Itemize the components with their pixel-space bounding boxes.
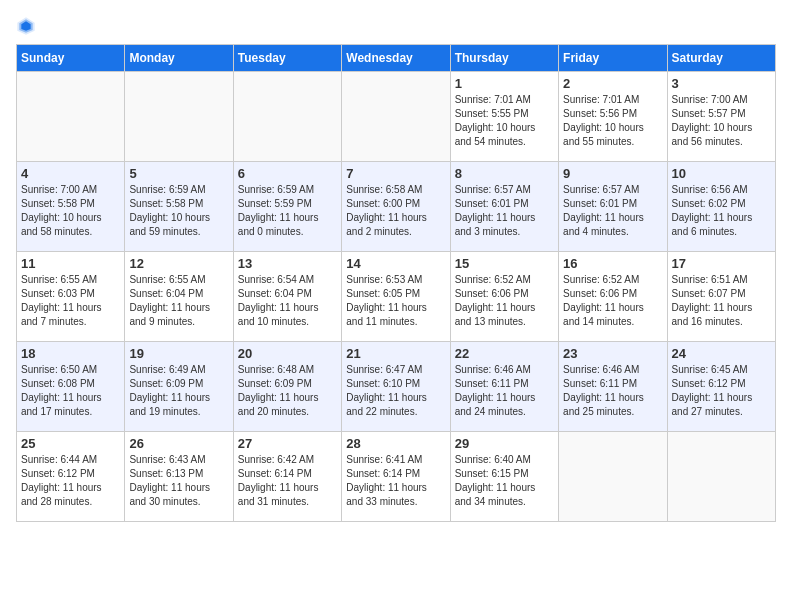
cell-info: Sunrise: 6:45 AM Sunset: 6:12 PM Dayligh… xyxy=(672,363,771,419)
cell-info: Sunrise: 6:50 AM Sunset: 6:08 PM Dayligh… xyxy=(21,363,120,419)
day-number: 16 xyxy=(563,256,662,271)
calendar-cell: 27Sunrise: 6:42 AM Sunset: 6:14 PM Dayli… xyxy=(233,432,341,522)
day-number: 20 xyxy=(238,346,337,361)
cell-info: Sunrise: 6:43 AM Sunset: 6:13 PM Dayligh… xyxy=(129,453,228,509)
cell-info: Sunrise: 6:47 AM Sunset: 6:10 PM Dayligh… xyxy=(346,363,445,419)
cell-info: Sunrise: 6:40 AM Sunset: 6:15 PM Dayligh… xyxy=(455,453,554,509)
day-number: 4 xyxy=(21,166,120,181)
cell-info: Sunrise: 6:44 AM Sunset: 6:12 PM Dayligh… xyxy=(21,453,120,509)
calendar-cell: 6Sunrise: 6:59 AM Sunset: 5:59 PM Daylig… xyxy=(233,162,341,252)
cell-info: Sunrise: 6:52 AM Sunset: 6:06 PM Dayligh… xyxy=(563,273,662,329)
calendar-cell: 26Sunrise: 6:43 AM Sunset: 6:13 PM Dayli… xyxy=(125,432,233,522)
calendar-cell xyxy=(667,432,775,522)
cell-info: Sunrise: 6:58 AM Sunset: 6:00 PM Dayligh… xyxy=(346,183,445,239)
calendar-week-row: 18Sunrise: 6:50 AM Sunset: 6:08 PM Dayli… xyxy=(17,342,776,432)
calendar-cell: 20Sunrise: 6:48 AM Sunset: 6:09 PM Dayli… xyxy=(233,342,341,432)
calendar-cell: 16Sunrise: 6:52 AM Sunset: 6:06 PM Dayli… xyxy=(559,252,667,342)
day-number: 17 xyxy=(672,256,771,271)
day-number: 15 xyxy=(455,256,554,271)
cell-info: Sunrise: 6:57 AM Sunset: 6:01 PM Dayligh… xyxy=(455,183,554,239)
calendar-cell: 14Sunrise: 6:53 AM Sunset: 6:05 PM Dayli… xyxy=(342,252,450,342)
calendar-day-header: Sunday xyxy=(17,45,125,72)
cell-info: Sunrise: 7:00 AM Sunset: 5:58 PM Dayligh… xyxy=(21,183,120,239)
calendar-cell: 4Sunrise: 7:00 AM Sunset: 5:58 PM Daylig… xyxy=(17,162,125,252)
header xyxy=(16,16,776,36)
day-number: 23 xyxy=(563,346,662,361)
day-number: 13 xyxy=(238,256,337,271)
calendar-week-row: 1Sunrise: 7:01 AM Sunset: 5:55 PM Daylig… xyxy=(17,72,776,162)
day-number: 14 xyxy=(346,256,445,271)
day-number: 2 xyxy=(563,76,662,91)
cell-info: Sunrise: 6:55 AM Sunset: 6:03 PM Dayligh… xyxy=(21,273,120,329)
calendar-cell: 23Sunrise: 6:46 AM Sunset: 6:11 PM Dayli… xyxy=(559,342,667,432)
day-number: 1 xyxy=(455,76,554,91)
calendar-cell xyxy=(125,72,233,162)
cell-info: Sunrise: 6:42 AM Sunset: 6:14 PM Dayligh… xyxy=(238,453,337,509)
cell-info: Sunrise: 6:52 AM Sunset: 6:06 PM Dayligh… xyxy=(455,273,554,329)
calendar-cell xyxy=(17,72,125,162)
cell-info: Sunrise: 6:46 AM Sunset: 6:11 PM Dayligh… xyxy=(455,363,554,419)
cell-info: Sunrise: 6:59 AM Sunset: 5:59 PM Dayligh… xyxy=(238,183,337,239)
calendar-cell xyxy=(342,72,450,162)
cell-info: Sunrise: 7:01 AM Sunset: 5:55 PM Dayligh… xyxy=(455,93,554,149)
calendar-day-header: Thursday xyxy=(450,45,558,72)
cell-info: Sunrise: 7:00 AM Sunset: 5:57 PM Dayligh… xyxy=(672,93,771,149)
calendar-cell: 13Sunrise: 6:54 AM Sunset: 6:04 PM Dayli… xyxy=(233,252,341,342)
day-number: 7 xyxy=(346,166,445,181)
calendar-day-header: Friday xyxy=(559,45,667,72)
day-number: 10 xyxy=(672,166,771,181)
calendar-cell: 22Sunrise: 6:46 AM Sunset: 6:11 PM Dayli… xyxy=(450,342,558,432)
calendar-week-row: 25Sunrise: 6:44 AM Sunset: 6:12 PM Dayli… xyxy=(17,432,776,522)
cell-info: Sunrise: 6:46 AM Sunset: 6:11 PM Dayligh… xyxy=(563,363,662,419)
calendar-cell: 1Sunrise: 7:01 AM Sunset: 5:55 PM Daylig… xyxy=(450,72,558,162)
cell-info: Sunrise: 6:59 AM Sunset: 5:58 PM Dayligh… xyxy=(129,183,228,239)
calendar-cell: 2Sunrise: 7:01 AM Sunset: 5:56 PM Daylig… xyxy=(559,72,667,162)
cell-info: Sunrise: 6:54 AM Sunset: 6:04 PM Dayligh… xyxy=(238,273,337,329)
day-number: 27 xyxy=(238,436,337,451)
day-number: 24 xyxy=(672,346,771,361)
cell-info: Sunrise: 6:53 AM Sunset: 6:05 PM Dayligh… xyxy=(346,273,445,329)
day-number: 19 xyxy=(129,346,228,361)
calendar-cell: 10Sunrise: 6:56 AM Sunset: 6:02 PM Dayli… xyxy=(667,162,775,252)
day-number: 26 xyxy=(129,436,228,451)
calendar-day-header: Tuesday xyxy=(233,45,341,72)
calendar-day-header: Monday xyxy=(125,45,233,72)
calendar-cell xyxy=(233,72,341,162)
calendar-cell xyxy=(559,432,667,522)
cell-info: Sunrise: 6:51 AM Sunset: 6:07 PM Dayligh… xyxy=(672,273,771,329)
cell-info: Sunrise: 7:01 AM Sunset: 5:56 PM Dayligh… xyxy=(563,93,662,149)
day-number: 5 xyxy=(129,166,228,181)
day-number: 22 xyxy=(455,346,554,361)
calendar-cell: 25Sunrise: 6:44 AM Sunset: 6:12 PM Dayli… xyxy=(17,432,125,522)
calendar-table: SundayMondayTuesdayWednesdayThursdayFrid… xyxy=(16,44,776,522)
calendar-cell: 12Sunrise: 6:55 AM Sunset: 6:04 PM Dayli… xyxy=(125,252,233,342)
calendar-cell: 19Sunrise: 6:49 AM Sunset: 6:09 PM Dayli… xyxy=(125,342,233,432)
day-number: 8 xyxy=(455,166,554,181)
calendar-cell: 28Sunrise: 6:41 AM Sunset: 6:14 PM Dayli… xyxy=(342,432,450,522)
calendar-cell: 29Sunrise: 6:40 AM Sunset: 6:15 PM Dayli… xyxy=(450,432,558,522)
calendar-header-row: SundayMondayTuesdayWednesdayThursdayFrid… xyxy=(17,45,776,72)
calendar-week-row: 4Sunrise: 7:00 AM Sunset: 5:58 PM Daylig… xyxy=(17,162,776,252)
calendar-day-header: Wednesday xyxy=(342,45,450,72)
calendar-cell: 11Sunrise: 6:55 AM Sunset: 6:03 PM Dayli… xyxy=(17,252,125,342)
day-number: 9 xyxy=(563,166,662,181)
calendar-cell: 5Sunrise: 6:59 AM Sunset: 5:58 PM Daylig… xyxy=(125,162,233,252)
calendar-cell: 9Sunrise: 6:57 AM Sunset: 6:01 PM Daylig… xyxy=(559,162,667,252)
calendar-cell: 8Sunrise: 6:57 AM Sunset: 6:01 PM Daylig… xyxy=(450,162,558,252)
cell-info: Sunrise: 6:41 AM Sunset: 6:14 PM Dayligh… xyxy=(346,453,445,509)
cell-info: Sunrise: 6:49 AM Sunset: 6:09 PM Dayligh… xyxy=(129,363,228,419)
cell-info: Sunrise: 6:55 AM Sunset: 6:04 PM Dayligh… xyxy=(129,273,228,329)
calendar-cell: 17Sunrise: 6:51 AM Sunset: 6:07 PM Dayli… xyxy=(667,252,775,342)
day-number: 12 xyxy=(129,256,228,271)
calendar-week-row: 11Sunrise: 6:55 AM Sunset: 6:03 PM Dayli… xyxy=(17,252,776,342)
day-number: 11 xyxy=(21,256,120,271)
calendar-body: 1Sunrise: 7:01 AM Sunset: 5:55 PM Daylig… xyxy=(17,72,776,522)
calendar-cell: 7Sunrise: 6:58 AM Sunset: 6:00 PM Daylig… xyxy=(342,162,450,252)
day-number: 29 xyxy=(455,436,554,451)
cell-info: Sunrise: 6:56 AM Sunset: 6:02 PM Dayligh… xyxy=(672,183,771,239)
logo xyxy=(16,16,40,36)
calendar-cell: 15Sunrise: 6:52 AM Sunset: 6:06 PM Dayli… xyxy=(450,252,558,342)
day-number: 25 xyxy=(21,436,120,451)
day-number: 3 xyxy=(672,76,771,91)
calendar-day-header: Saturday xyxy=(667,45,775,72)
